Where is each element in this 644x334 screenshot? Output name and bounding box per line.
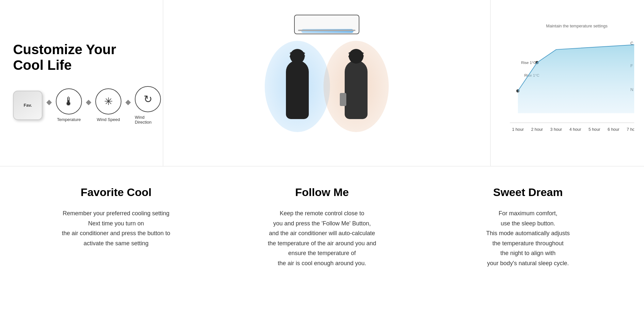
cool-aura: 24°C <box>265 41 330 132</box>
sweet-dream-desc: For maximum comfort,use the sleep button… <box>486 208 570 268</box>
arrow-connector-1: ◆ <box>46 98 52 106</box>
follow-me-scene: 24°C 27°C <box>258 15 395 152</box>
remote-control <box>340 93 346 106</box>
sleep-chart: Maintain the temperature settings Rise 1… <box>500 10 634 153</box>
follow-me-desc: Keep the remote control close toyou and … <box>268 208 376 268</box>
panel-right: Maintain the temperature settings Rise 1… <box>491 0 644 166</box>
x-label-1: 1 hour <box>512 127 524 132</box>
favorite-cool-title: Favorite Cool <box>81 186 151 199</box>
ac-unit <box>294 15 359 34</box>
x-label-5: 5 hour <box>589 127 601 132</box>
follow-me-col: Follow Me Keep the remote control close … <box>219 186 425 268</box>
icons-row: Fav. ◆ 🌡 Temperature ◆ ✳ Wind Speed ◆ ↻ … <box>13 86 150 125</box>
wind-direction-icon: ↻ <box>135 86 161 112</box>
wind-direction-icon-box: ↻ Wind Direction <box>135 86 161 125</box>
arrow-connector-3: ◆ <box>125 98 131 106</box>
x-label-7: 7 hour <box>627 127 634 132</box>
panel-middle: 24°C 27°C <box>163 0 491 166</box>
temperature-icon-box: 🌡 Temperature <box>56 88 82 122</box>
ac-vent <box>301 29 353 33</box>
wind-speed-icon: ✳ <box>95 88 121 114</box>
favorite-cool-desc: Remember your preferred cooling settingN… <box>62 208 170 248</box>
x-label-6: 6 hour <box>608 127 620 132</box>
temperature-label: Temperature <box>57 117 81 122</box>
chart-fill <box>518 45 634 113</box>
panel-left: Customize Your Cool Life Fav. ◆ 🌡 Temper… <box>0 0 163 166</box>
x-label-4: 4 hour <box>569 127 581 132</box>
x-label-2: 2 hour <box>531 127 543 132</box>
rise2-label: Rise 1°C <box>521 60 536 65</box>
scene-bottom: 24°C 27°C <box>265 41 389 132</box>
silhouette-right <box>345 60 368 119</box>
heading: Customize Your Cool Life <box>13 42 150 73</box>
wind-direction-label: Wind Direction <box>135 115 161 125</box>
x-label-3: 3 hour <box>550 127 562 132</box>
fav-icon-box: Fav. <box>13 91 42 120</box>
follow-me-title: Follow Me <box>295 186 349 199</box>
favorite-cool-col: Favorite Cool Remember your preferred co… <box>13 186 219 268</box>
top-section: Customize Your Cool Life Fav. ◆ 🌡 Temper… <box>0 0 644 166</box>
arrow-connector-2: ◆ <box>86 98 91 106</box>
sweet-dream-title: Sweet Dream <box>493 186 563 199</box>
chart-title: Maintain the temperature settings <box>546 24 607 28</box>
wind-speed-icon-box: ✳ Wind Speed <box>95 88 121 122</box>
sweet-dream-col: Sweet Dream For maximum comfort,use the … <box>425 186 631 268</box>
silhouette-left <box>286 60 309 119</box>
warm-aura: 27°C <box>323 41 389 132</box>
chart-area: Maintain the temperature settings Rise 1… <box>500 10 634 153</box>
bottom-section: Favorite Cool Remember your preferred co… <box>0 166 644 288</box>
wind-speed-label: Wind Speed <box>97 117 120 122</box>
fav-button[interactable]: Fav. <box>13 91 42 120</box>
thermometer-icon: 🌡 <box>56 88 82 114</box>
